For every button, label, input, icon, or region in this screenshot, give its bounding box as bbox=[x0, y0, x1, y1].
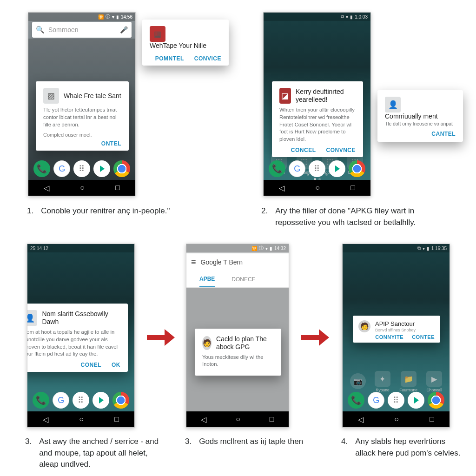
caption-text: Any slabls hep everlrtions allack here p… bbox=[355, 436, 462, 459]
caption-text: Ary the filler of done "APKG filey wart … bbox=[275, 205, 447, 228]
dock: 📞 G ⠿ bbox=[343, 389, 450, 411]
dock: 📞 G ⠿ bbox=[27, 389, 134, 411]
nav-recent-icon[interactable]: □ bbox=[115, 184, 120, 192]
caption-text: Gods mcllrent as iıj taple then bbox=[199, 436, 303, 448]
popout-action2[interactable]: CONVICE bbox=[194, 55, 221, 62]
play-app-icon[interactable] bbox=[93, 392, 109, 409]
nav-recent-icon[interactable]: □ bbox=[430, 415, 434, 423]
nav-home-icon[interactable]: ○ bbox=[394, 415, 399, 423]
dialog-action1[interactable]: CONNYITE bbox=[375, 334, 403, 340]
avatar-icon: 🧑 bbox=[358, 320, 370, 332]
dialog-cancel[interactable]: CONEL bbox=[81, 362, 102, 368]
appbar: ≡ Google T Bern bbox=[186, 253, 289, 271]
google-app-icon[interactable]: G bbox=[53, 160, 70, 177]
chrome-app-icon[interactable] bbox=[113, 160, 130, 177]
nav-home-icon[interactable]: ○ bbox=[315, 184, 320, 192]
dialog-step4: 🧑 APIP Sanctour Bonvd sffines Snobey CON… bbox=[353, 316, 440, 343]
google-app-icon[interactable]: G bbox=[368, 392, 384, 409]
nav-recent-icon[interactable]: □ bbox=[114, 415, 119, 423]
apps-drawer-icon[interactable]: ⠿ bbox=[309, 160, 325, 177]
dialog-title: Kerry deuftinrted yearelleed! bbox=[296, 88, 356, 104]
dialog-action-ontel[interactable]: ONTEL bbox=[101, 140, 121, 147]
battery-icon: ▮ bbox=[116, 14, 119, 20]
dialog-title: APIP Sanctour bbox=[375, 320, 416, 328]
dialog-ok[interactable]: OK bbox=[112, 362, 120, 368]
dialog-step1: ▨ Whale Fre tale Sant Tle yot lhctor tet… bbox=[36, 81, 129, 151]
apps-drawer-icon[interactable]: ⠿ bbox=[73, 160, 90, 177]
nav-back-icon[interactable]: ◁ bbox=[43, 415, 48, 424]
popout-action1[interactable]: POMNTEL bbox=[155, 55, 184, 62]
nav-home-icon[interactable]: ○ bbox=[236, 415, 240, 423]
phone-app-icon[interactable]: 📞 bbox=[269, 160, 285, 177]
caption-text: Ast awy the anched / serrice - and and m… bbox=[39, 436, 160, 470]
dialog-step3: 👤 Nom slaritt Gssebowlly Dawh Com at hoo… bbox=[27, 304, 128, 372]
caption-3: 3. Ast awy the anched / serrice - and an… bbox=[25, 436, 160, 470]
dialog-confirm[interactable]: CONVNCE bbox=[326, 147, 356, 153]
dialog-extra: Compled ouser moel. bbox=[43, 132, 121, 138]
caption-number: 4. bbox=[341, 436, 348, 459]
wifi-icon: ▾ bbox=[112, 14, 114, 20]
arrow-icon bbox=[147, 329, 175, 346]
avatar-icon: 🧑 bbox=[202, 336, 212, 350]
wifi-icon: 🛜 bbox=[251, 246, 257, 251]
phone-step3b: 🛜 ⓘ ▾ ▮ 14:32 ≡ Google T Bern APBE DONEC… bbox=[186, 244, 289, 428]
tab-active[interactable]: APBE bbox=[199, 271, 215, 287]
dock: 📞 G ⠿ bbox=[28, 158, 135, 180]
popout-step2: 👤 Comrriuually ment Tlc doft omy lneosen… bbox=[377, 90, 463, 142]
dialog-action2[interactable]: CONTEE bbox=[412, 334, 435, 340]
popout-title: WehTape Your Nille bbox=[150, 42, 221, 50]
caption-text: Conoble your renitrer anç in-people." bbox=[41, 205, 170, 217]
menu-icon[interactable]: ≡ bbox=[191, 258, 196, 267]
play-app-icon[interactable] bbox=[93, 160, 110, 177]
nav-home-icon[interactable]: ○ bbox=[79, 415, 84, 423]
caption-number: 1. bbox=[27, 205, 33, 217]
google-app-icon[interactable]: G bbox=[289, 160, 305, 177]
android-navbar: ◁ ○ □ bbox=[186, 411, 289, 427]
phone-app-icon[interactable]: 📞 bbox=[348, 392, 364, 409]
caption-number: 3. bbox=[185, 436, 192, 448]
nav-back-icon[interactable]: ◁ bbox=[279, 184, 284, 192]
chrome-app-icon[interactable] bbox=[349, 160, 365, 177]
dialog-app-icon: ▨ bbox=[43, 88, 59, 104]
arrow-icon bbox=[301, 329, 329, 346]
dialog-body: Tle yot lhctor tetteutampes tmat contor … bbox=[43, 106, 121, 128]
nav-recent-icon[interactable]: □ bbox=[350, 184, 355, 192]
tab-inactive[interactable]: DONECE bbox=[231, 276, 255, 283]
play-app-icon[interactable] bbox=[329, 160, 345, 177]
dialog-title: Whale Fre tale Sant bbox=[64, 92, 121, 100]
dialog-title: Cacld lo plan The abock GPG bbox=[216, 335, 274, 351]
android-navbar: ◁ ○ □ bbox=[343, 411, 450, 427]
nav-recent-icon[interactable]: □ bbox=[270, 415, 274, 423]
mic-icon[interactable]: 🎤 bbox=[120, 26, 128, 33]
nav-back-icon[interactable]: ◁ bbox=[44, 184, 49, 192]
search-icon: 🔍 bbox=[36, 26, 45, 34]
dialog-step3b: 🧑 Cacld lo plan The abock GPG Yous mecki… bbox=[195, 329, 281, 376]
popout-action[interactable]: CANTEL bbox=[431, 131, 456, 137]
chrome-app-icon[interactable] bbox=[112, 392, 129, 409]
google-app-icon[interactable]: G bbox=[53, 392, 69, 409]
clock: 14:32 bbox=[274, 246, 286, 251]
play-app-icon[interactable] bbox=[408, 392, 424, 409]
caption-number: 3. bbox=[25, 436, 32, 470]
dialog-body: Com at hoot a topalls he agjile to alle … bbox=[27, 329, 120, 358]
dialog-app-icon: ◪ bbox=[279, 88, 291, 104]
statusbar: 🛜 ⓘ ▾ ▮ 14:32 bbox=[186, 244, 289, 252]
phone-app-icon[interactable]: 📞 bbox=[33, 160, 50, 177]
phone-app-icon[interactable]: 📞 bbox=[33, 392, 49, 409]
popout-app-icon: 👤 bbox=[385, 97, 401, 112]
dialog-cancel[interactable]: CONCEL bbox=[291, 147, 316, 153]
search-bar[interactable]: 🔍 Somrnoen 🎤 bbox=[32, 22, 132, 38]
apps-drawer-icon[interactable]: ⠿ bbox=[73, 392, 89, 409]
chrome-app-icon[interactable] bbox=[428, 392, 444, 409]
signal-icon: 🛜 bbox=[98, 14, 104, 20]
dialog-body: Whten tnen your alltir clocoopilly Rento… bbox=[279, 106, 356, 143]
phone-step1: 🛜 ⓘ ▾ ▮ 14:56 🔍 Somrnoen 🎤 ▨ Whale Fre t… bbox=[28, 12, 136, 196]
nav-home-icon[interactable]: ○ bbox=[80, 184, 85, 192]
bt-icon: ⓘ bbox=[106, 13, 110, 20]
nav-back-icon[interactable]: ◁ bbox=[358, 415, 364, 424]
wifi2-icon: ▾ bbox=[265, 246, 268, 251]
apps-drawer-icon[interactable]: ⠿ bbox=[388, 392, 404, 409]
popout-app-icon: ▦ bbox=[150, 26, 165, 42]
nav-back-icon[interactable]: ◁ bbox=[201, 415, 206, 424]
caption-4: 4. Any slabls hep everlrtions allack her… bbox=[341, 436, 462, 459]
